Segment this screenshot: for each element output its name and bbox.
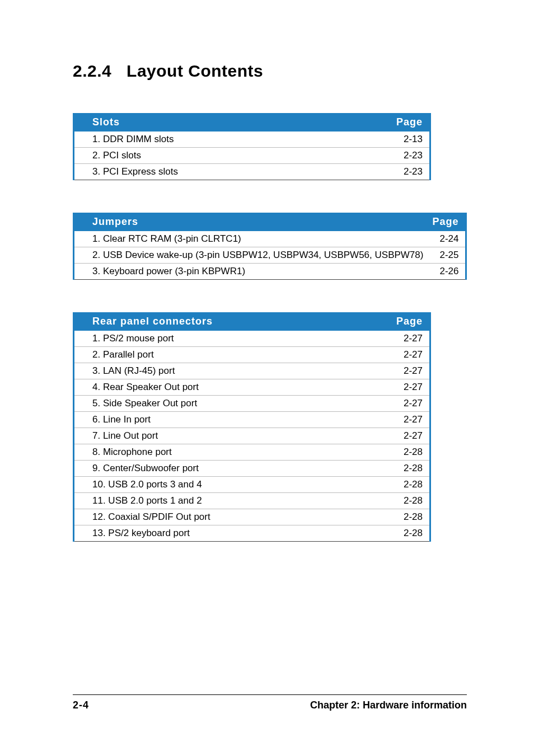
footer-chapter: Chapter 2: Hardware information xyxy=(310,699,467,711)
page: 2.2.4 Layout Contents Slots Page 1. DDR … xyxy=(0,0,534,756)
table-block-rear-panel: Rear panel connectors Page 1. PS/2 mouse… xyxy=(73,312,467,542)
table-cell-page: 2-24 xyxy=(432,231,466,247)
table-cell-page: 2-28 xyxy=(379,444,430,461)
footer-page-number: 2-4 xyxy=(73,699,89,711)
table-row: 2. Parallel port 2-27 xyxy=(74,347,430,363)
table-cell-page: 2-27 xyxy=(379,363,430,379)
table-jumpers-header-title: Jumpers xyxy=(74,213,433,231)
table-cell-page: 2-27 xyxy=(379,379,430,396)
table-cell-page: 2-23 xyxy=(379,148,430,164)
table-cell-page: 2-13 xyxy=(379,132,430,148)
table-row: 1. PS/2 mouse port 2-27 xyxy=(74,331,430,347)
table-cell-label: 5. Side Speaker Out port xyxy=(74,396,380,412)
table-cell-label: 8. Microphone port xyxy=(74,444,380,461)
table-cell-label: 7. Line Out port xyxy=(74,428,380,444)
table-cell-label: 10. USB 2.0 ports 3 and 4 xyxy=(74,477,380,493)
table-cell-label: 1. PS/2 mouse port xyxy=(74,331,380,347)
table-rear-header-page: Page xyxy=(379,312,430,331)
table-row: 7. Line Out port 2-27 xyxy=(74,428,430,444)
table-row: 8. Microphone port 2-28 xyxy=(74,444,430,461)
table-row: 3. Keyboard power (3-pin KBPWR1) 2-26 xyxy=(74,264,466,280)
table-cell-page: 2-25 xyxy=(432,247,466,264)
table-cell-label: 3. Keyboard power (3-pin KBPWR1) xyxy=(74,264,433,280)
table-row: 10. USB 2.0 ports 3 and 4 2-28 xyxy=(74,477,430,493)
table-cell-page: 2-28 xyxy=(379,477,430,493)
table-row: 2. PCI slots 2-23 xyxy=(74,148,430,164)
table-cell-label: 2. USB Device wake-up (3-pin USBPW12, US… xyxy=(74,247,433,264)
table-row: 3. PCI Express slots 2-23 xyxy=(74,164,430,180)
table-cell-page: 2-26 xyxy=(432,264,466,280)
table-cell-label: 9. Center/Subwoofer port xyxy=(74,461,380,477)
table-cell-page: 2-27 xyxy=(379,412,430,428)
table-row: 4. Rear Speaker Out port 2-27 xyxy=(74,379,430,396)
table-row: 12. Coaxial S/PDIF Out port 2-28 xyxy=(74,509,430,525)
section-heading: 2.2.4 Layout Contents xyxy=(73,62,467,81)
table-cell-page: 2-23 xyxy=(379,164,430,180)
table-jumpers: Jumpers Page 1. Clear RTC RAM (3-pin CLR… xyxy=(73,213,467,280)
table-cell-page: 2-28 xyxy=(379,493,430,509)
table-cell-page: 2-28 xyxy=(379,461,430,477)
table-cell-label: 6. Line In port xyxy=(74,412,380,428)
table-slots: Slots Page 1. DDR DIMM slots 2-13 2. PCI… xyxy=(73,113,431,180)
table-row: 5. Side Speaker Out port 2-27 xyxy=(74,396,430,412)
table-row: 9. Center/Subwoofer port 2-28 xyxy=(74,461,430,477)
table-row: 2. USB Device wake-up (3-pin USBPW12, US… xyxy=(74,247,466,264)
table-block-jumpers: Jumpers Page 1. Clear RTC RAM (3-pin CLR… xyxy=(73,213,467,280)
table-row: 11. USB 2.0 ports 1 and 2 2-28 xyxy=(74,493,430,509)
table-slots-header-page: Page xyxy=(379,113,430,132)
table-cell-page: 2-27 xyxy=(379,396,430,412)
table-cell-label: 11. USB 2.0 ports 1 and 2 xyxy=(74,493,380,509)
table-cell-label: 3. PCI Express slots xyxy=(74,164,380,180)
table-row: 1. DDR DIMM slots 2-13 xyxy=(74,132,430,148)
table-cell-label: 2. Parallel port xyxy=(74,347,380,363)
table-cell-page: 2-27 xyxy=(379,331,430,347)
table-cell-page: 2-27 xyxy=(379,347,430,363)
table-row: 3. LAN (RJ-45) port 2-27 xyxy=(74,363,430,379)
table-jumpers-header-page: Page xyxy=(432,213,466,231)
table-rear-panel: Rear panel connectors Page 1. PS/2 mouse… xyxy=(73,312,431,542)
table-row: 1. Clear RTC RAM (3-pin CLRTC1) 2-24 xyxy=(74,231,466,247)
table-rear-header-title: Rear panel connectors xyxy=(74,312,380,331)
table-block-slots: Slots Page 1. DDR DIMM slots 2-13 2. PCI… xyxy=(73,113,467,180)
table-cell-page: 2-27 xyxy=(379,428,430,444)
table-cell-label: 3. LAN (RJ-45) port xyxy=(74,363,380,379)
table-cell-label: 12. Coaxial S/PDIF Out port xyxy=(74,509,380,525)
table-slots-header-title: Slots xyxy=(74,113,380,132)
table-row: 13. PS/2 keyboard port 2-28 xyxy=(74,525,430,542)
table-cell-page: 2-28 xyxy=(379,525,430,542)
page-footer: 2-4 Chapter 2: Hardware information xyxy=(73,694,467,711)
table-cell-label: 4. Rear Speaker Out port xyxy=(74,379,380,396)
table-cell-label: 1. Clear RTC RAM (3-pin CLRTC1) xyxy=(74,231,433,247)
table-cell-label: 1. DDR DIMM slots xyxy=(74,132,380,148)
table-cell-label: 13. PS/2 keyboard port xyxy=(74,525,380,542)
table-cell-label: 2. PCI slots xyxy=(74,148,380,164)
table-cell-page: 2-28 xyxy=(379,509,430,525)
section-number: 2.2.4 xyxy=(73,62,111,81)
table-row: 6. Line In port 2-27 xyxy=(74,412,430,428)
section-title-text: Layout Contents xyxy=(127,62,263,80)
